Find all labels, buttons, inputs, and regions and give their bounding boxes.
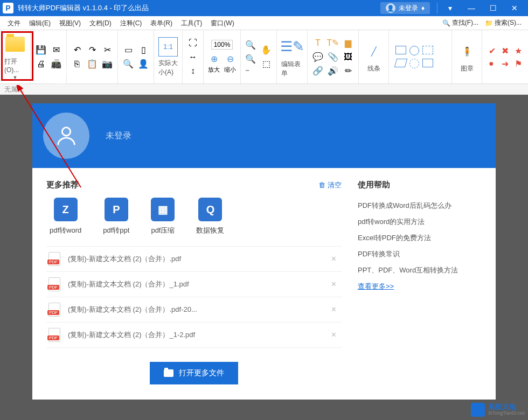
watermark-sub: XiTongTianDi.net: [488, 411, 525, 416]
app-pdf-to-ppt[interactable]: P pdf转ppt: [103, 198, 129, 235]
mail-icon[interactable]: ✉: [50, 44, 62, 56]
attach-icon[interactable]: 📎: [327, 51, 339, 63]
app-data-recovery[interactable]: Q 数据恢复: [196, 198, 224, 235]
pencil-icon[interactable]: ✏: [342, 65, 354, 77]
text-edit-icon[interactable]: T✎: [327, 37, 339, 49]
tutorial-highlight: [1, 31, 33, 81]
svg-point-1: [62, 128, 70, 136]
menubar: 文件 编辑(E) 视图(V) 文档(D) 注释(C) 表单(R) 工具(T) 窗…: [0, 16, 528, 30]
file-row[interactable]: (复制)-新建文本文档 (2)（合并）_1-2.pdf ×: [46, 322, 342, 348]
circle-shape-icon[interactable]: [409, 46, 419, 55]
clear-button[interactable]: 🗑 清空: [318, 180, 342, 190]
close-button[interactable]: ✕: [504, 0, 525, 16]
help-link[interactable]: PDF转换常识: [358, 246, 482, 262]
user-status-chip[interactable]: 👤 未登录 ♦: [380, 2, 430, 14]
file-name: (复制)-新建文本文档 (2)（合并）.pdf-20...: [68, 305, 328, 314]
avatar[interactable]: [43, 113, 89, 159]
menu-file[interactable]: 文件: [3, 16, 25, 30]
magnify-minus-icon[interactable]: 🔍₋: [245, 58, 257, 70]
file-name: (复制)-新建文本文档 (2)（合并）_1.pdf: [68, 279, 328, 289]
minimize-button[interactable]: —: [461, 0, 482, 16]
lines-group[interactable]: ╱ 线条: [359, 30, 389, 83]
login-status[interactable]: 未登录: [106, 130, 131, 142]
edit-form-group[interactable]: ☰✎ 编辑表单: [277, 30, 308, 83]
fit-width-icon[interactable]: ↔: [187, 51, 199, 63]
arrow-stamp-icon[interactable]: ➜: [502, 59, 511, 68]
menu-form[interactable]: 表单(R): [146, 16, 177, 30]
annotate-group: T T✎ ▆ 💬 📎 🖼 🔗 🔊 ✏: [308, 30, 359, 83]
nav-group: 🔍₊ ✋ 🔍₋ ⬚: [241, 30, 277, 83]
app-pdf-to-word[interactable]: Z pdf转word: [50, 198, 81, 235]
page-person-icon[interactable]: 👤: [137, 58, 149, 70]
page-icon[interactable]: ▭: [122, 44, 134, 56]
camera-icon[interactable]: 📷: [101, 58, 113, 70]
fit-height-icon[interactable]: ↕: [187, 65, 199, 77]
link-icon[interactable]: 🔗: [312, 65, 324, 77]
menu-edit[interactable]: 编辑(E): [25, 16, 55, 30]
menu-window[interactable]: 窗口(W): [206, 16, 238, 30]
search-button[interactable]: 📁 搜索(S)...: [482, 18, 525, 27]
folder-search-icon: 📁: [485, 19, 493, 27]
file-row[interactable]: (复制)-新建文本文档 (2)（合并）_1.pdf ×: [46, 271, 342, 297]
fit-page-icon[interactable]: ⛶: [187, 37, 199, 49]
x-stamp-icon[interactable]: ✖: [502, 46, 511, 55]
menu-comment[interactable]: 注释(C): [116, 16, 147, 30]
text-box-icon[interactable]: T: [312, 37, 324, 49]
menu-tools[interactable]: 工具(T): [177, 16, 206, 30]
zoom-value[interactable]: 100%: [211, 40, 233, 50]
hand-icon[interactable]: ✋: [260, 44, 272, 56]
file-row[interactable]: (复制)-新建文本文档 (2)（合并）.pdf ×: [46, 246, 342, 271]
dropdown-button[interactable]: ▾: [439, 0, 461, 16]
header-panel: 转转大师PDF编辑器 未登录: [32, 103, 496, 168]
cut-icon[interactable]: ✂: [101, 44, 113, 56]
page-find-icon[interactable]: 🔍: [122, 58, 134, 70]
zoom-in-icon[interactable]: ⊕: [208, 53, 220, 65]
parallelogram-icon[interactable]: [394, 59, 407, 67]
left-column: 更多推荐 🗑 清空 Z pdf转word P pdf转ppt: [46, 180, 342, 388]
save-icon[interactable]: 💾: [35, 44, 47, 56]
remove-file-button[interactable]: ×: [328, 330, 339, 340]
file-row[interactable]: (复制)-新建文本文档 (2)（合并）.pdf-20... ×: [46, 297, 342, 322]
app-icon-ppt: P: [105, 198, 128, 221]
undo-icon[interactable]: ↶: [71, 44, 83, 56]
remove-file-button[interactable]: ×: [328, 254, 339, 264]
help-link[interactable]: pdf转word的实用方法: [358, 214, 482, 230]
remove-file-button[interactable]: ×: [328, 279, 339, 289]
rect-shape-icon[interactable]: [395, 46, 406, 54]
separator: [437, 3, 437, 13]
star-stamp-icon[interactable]: ★: [515, 46, 524, 55]
watermark-main: 系统天地: [488, 403, 525, 411]
sound-icon[interactable]: 🔊: [327, 65, 339, 77]
actual-size-group[interactable]: 1:1 实际大小(A): [154, 30, 183, 83]
select-icon[interactable]: ⬚: [260, 58, 272, 70]
highlight-icon[interactable]: ▆: [342, 37, 354, 49]
redo-icon[interactable]: ↷: [86, 44, 98, 56]
page-dotted-icon[interactable]: ▯: [137, 44, 149, 56]
zoom-out-icon[interactable]: ⊖: [224, 53, 236, 65]
open-more-files-button[interactable]: 打开更多文件: [150, 362, 238, 384]
find-button[interactable]: 🔍 查找(F)...: [439, 18, 482, 27]
flag-stamp-icon[interactable]: ⚑: [515, 59, 524, 68]
help-link[interactable]: PPT、PDF、Word互相转换方法: [358, 262, 482, 278]
image-icon[interactable]: 🖼: [342, 51, 354, 63]
page-group: ▭ ▯ 🔍 👤: [118, 30, 154, 83]
circle-stamp-icon[interactable]: ●: [489, 59, 498, 68]
rect2-shape-icon[interactable]: [422, 59, 433, 67]
maximize-button[interactable]: ☐: [482, 0, 504, 16]
content-area: 转转大师PDF编辑器 未登录 更多推荐 🗑 清空 Z: [0, 95, 528, 420]
stamp-group[interactable]: 🧍 图章: [452, 30, 482, 83]
help-link[interactable]: PDF转换成Word后乱码怎么办: [358, 198, 482, 214]
app-pdf-compress[interactable]: ▦ pdf压缩: [151, 198, 175, 235]
menu-document[interactable]: 文档(D): [85, 16, 116, 30]
dashed-circle-icon[interactable]: [409, 59, 419, 68]
recent-files-list: (复制)-新建文本文档 (2)（合并）.pdf × (复制)-新建文本文档 (2…: [46, 246, 342, 348]
window-title: 转转大师PDF编辑器 v1.1.0.4 - 印了么出品: [18, 3, 380, 13]
folder-icon: [164, 369, 173, 377]
dashed-rect-icon[interactable]: [422, 46, 433, 54]
help-link[interactable]: Excel转PDF的免费方法: [358, 230, 482, 246]
remove-file-button[interactable]: ×: [328, 305, 339, 314]
note-icon[interactable]: 💬: [312, 51, 324, 63]
menu-view[interactable]: 视图(V): [55, 16, 85, 30]
help-more-link[interactable]: 查看更多>>: [358, 278, 394, 295]
check-stamp-icon[interactable]: ✔: [489, 46, 498, 55]
